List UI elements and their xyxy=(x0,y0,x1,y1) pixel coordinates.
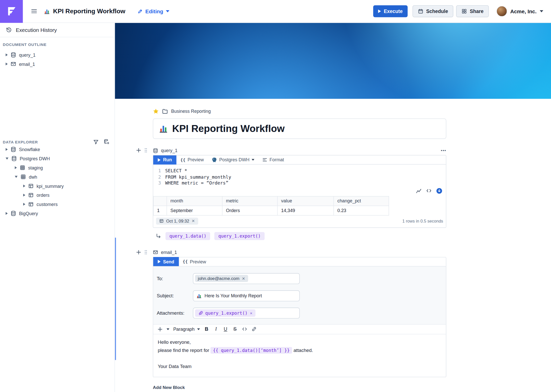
code-view-icon[interactable] xyxy=(426,188,432,194)
code-button[interactable] xyxy=(242,326,247,332)
breadcrumb-label[interactable]: Business Reporting xyxy=(171,108,211,114)
mode-label: Editing xyxy=(145,8,163,14)
close-icon[interactable]: ✕ xyxy=(250,311,252,315)
attachments-input[interactable]: query_1.export() ✕ xyxy=(193,308,300,318)
chevron-right-icon[interactable] xyxy=(15,166,17,169)
star-icon[interactable] xyxy=(153,108,159,114)
email-body-editor[interactable]: Hello everyone, please find the report f… xyxy=(153,334,446,377)
more-menu-icon[interactable]: ••• xyxy=(441,148,446,153)
add-new-block-label: Add New Block xyxy=(153,385,446,390)
send-button[interactable]: Send xyxy=(153,257,179,266)
download-icon[interactable] xyxy=(436,188,443,194)
drag-handle-icon[interactable] xyxy=(144,148,148,154)
account-menu[interactable]: Acme, Inc. xyxy=(496,6,543,16)
history-icon xyxy=(6,27,12,33)
table-cell: 14,349 xyxy=(278,206,334,215)
database-icon xyxy=(10,52,16,58)
api-chip-export[interactable]: query_1.export() xyxy=(215,232,265,240)
tree-item-orders[interactable]: orders xyxy=(0,191,115,200)
page-title: KPI Reporting Workflow xyxy=(53,8,125,15)
query-toolbar: Run {{ Preview Postgres DWH Format xyxy=(153,155,446,165)
schedule-label: Schedule xyxy=(426,8,448,14)
workflow-title-group: KPI Reporting Workflow xyxy=(44,8,125,15)
filter-icon[interactable] xyxy=(93,139,99,145)
app-logo[interactable] xyxy=(0,0,23,23)
preview-button[interactable]: {{ Preview xyxy=(179,259,210,264)
to-input[interactable]: john.doe@acme.com ✕ xyxy=(193,273,300,284)
close-icon[interactable]: ✕ xyxy=(192,219,195,223)
chevron-right-icon[interactable] xyxy=(6,212,8,215)
schedule-button[interactable]: Schedule xyxy=(412,5,453,17)
execution-history-button[interactable]: Execution History xyxy=(0,23,115,37)
outline-item-email-1[interactable]: email_1 xyxy=(0,59,115,69)
recipient-email: john.doe@acme.com xyxy=(198,276,240,281)
preview-button[interactable]: {{ Preview xyxy=(177,157,208,163)
org-name: Acme, Inc. xyxy=(510,8,536,14)
main-canvas: Business Reporting KPI Reporting Workflo… xyxy=(115,23,551,392)
tree-item-kpi-summary[interactable]: kpi_summary xyxy=(0,181,115,191)
email-block-name: email_1 xyxy=(161,250,177,255)
tree-item-bigquery[interactable]: BigQuery xyxy=(0,209,115,218)
subject-label: Subject: xyxy=(157,293,193,298)
share-button[interactable]: Share xyxy=(456,5,489,17)
database-icon xyxy=(10,211,16,216)
chevron-right-icon[interactable] xyxy=(23,194,25,197)
chevron-right-icon[interactable] xyxy=(6,148,8,151)
link-button[interactable] xyxy=(251,326,257,332)
chevron-right-icon[interactable] xyxy=(23,203,25,206)
attachment-chip[interactable]: query_1.export() ✕ xyxy=(195,309,256,317)
outline-item-label: query_1 xyxy=(19,52,35,58)
table-cell: September xyxy=(167,206,222,215)
sql-editor[interactable]: 1SELECT * 2FROM kpi_summary_monthly 3WHE… xyxy=(153,165,446,188)
query-block-card: Run {{ Preview Postgres DWH Format xyxy=(153,155,446,227)
result-version-chip[interactable]: Oct 1, 09:32 ✕ xyxy=(156,217,198,225)
close-icon[interactable]: ✕ xyxy=(242,276,245,281)
run-label: Run xyxy=(163,157,172,163)
tree-item-dwh[interactable]: dwh xyxy=(0,172,115,181)
run-button[interactable]: Run xyxy=(153,155,177,164)
italic-button[interactable]: I xyxy=(213,326,219,332)
mail-icon xyxy=(153,250,158,255)
outline-item-query-1[interactable]: query_1 xyxy=(0,50,115,59)
table-icon xyxy=(28,201,34,207)
strikethrough-button[interactable]: S xyxy=(232,326,238,332)
top-bar: KPI Reporting Workflow Editing Execute S… xyxy=(0,0,551,23)
visualize-icon[interactable] xyxy=(416,188,422,194)
send-label: Send xyxy=(163,259,174,264)
play-icon xyxy=(158,158,161,162)
table-row: 1 September Orders 14,349 0.23 xyxy=(153,206,389,215)
bold-button[interactable]: B xyxy=(204,326,209,332)
add-block-icon[interactable] xyxy=(136,148,141,153)
tree-item-customers[interactable]: customers xyxy=(0,200,115,209)
tree-item-snowflake[interactable]: Snowflake xyxy=(0,145,115,154)
drag-handle-icon[interactable] xyxy=(144,249,148,256)
richtext-toolbar: Paragraph B I U S xyxy=(153,324,446,334)
api-chip-data[interactable]: query_1.data() xyxy=(166,232,210,240)
chevron-right-icon[interactable] xyxy=(6,53,8,56)
recipient-chip[interactable]: john.doe@acme.com ✕ xyxy=(195,275,248,282)
paragraph-style-selector[interactable]: Paragraph xyxy=(173,326,200,332)
datasource-selector[interactable]: Postgres DWH xyxy=(208,157,258,163)
tree-item-staging[interactable]: staging xyxy=(0,163,115,172)
line-number: 1 xyxy=(153,168,165,174)
add-content-icon[interactable] xyxy=(157,326,163,332)
underline-button[interactable]: U xyxy=(223,326,228,332)
document-title-box[interactable]: KPI Reporting Workflow xyxy=(153,118,446,139)
paperclip-icon xyxy=(198,311,203,315)
add-block-icon[interactable] xyxy=(136,249,141,255)
add-datasource-icon[interactable] xyxy=(104,139,109,145)
chevron-right-icon[interactable] xyxy=(23,185,25,187)
execute-button[interactable]: Execute xyxy=(373,5,408,17)
chevron-down-icon[interactable] xyxy=(167,328,169,330)
chevron-down-icon[interactable] xyxy=(6,157,8,160)
format-button[interactable]: Format xyxy=(258,157,288,163)
template-expression-chip[interactable]: {{ query_1.data()[‘month’] }} xyxy=(210,347,292,353)
menu-icon[interactable] xyxy=(31,8,38,15)
chevron-right-icon[interactable] xyxy=(6,63,8,65)
tree-item-postgres-dwh[interactable]: Postgres DWH xyxy=(0,154,115,163)
tree-item-label: customers xyxy=(36,202,58,207)
mode-selector[interactable]: Editing xyxy=(137,8,169,14)
document-title: KPI Reporting Workflow xyxy=(172,123,285,134)
subject-input[interactable]: Here Is Your Monthly Report xyxy=(193,290,300,301)
chevron-down-icon[interactable] xyxy=(15,176,18,178)
